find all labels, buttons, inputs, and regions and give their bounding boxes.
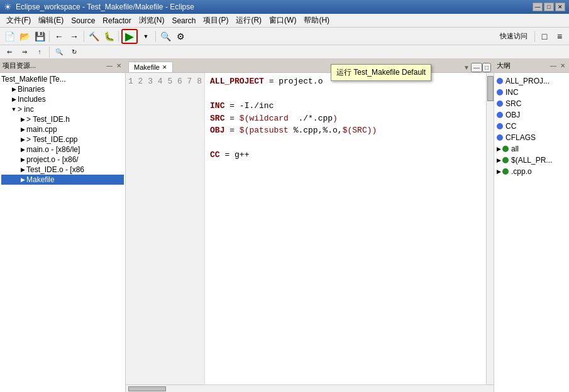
tree-item[interactable]: ▶main.cpp [1, 124, 124, 134]
project-tree: Test_Makefile [Te...▶Binaries▶Includes▼>… [0, 73, 125, 392]
tab-close-icon[interactable]: ✕ [162, 64, 167, 70]
outline-panel: 大纲 — ✕ ALL_PROJ...INCSRCOBJCCCFLAGS▶all▶… [494, 59, 569, 392]
outline-toggle[interactable]: ▶ [497, 157, 501, 163]
tree-toggle[interactable]: ▶ [19, 136, 26, 143]
tree-label: main.cpp [26, 125, 57, 134]
toolbar-build[interactable]: 🔨 [87, 30, 101, 43]
outline-toggle[interactable]: ▶ [497, 146, 501, 152]
tree-toggle[interactable]: ▼ [10, 106, 18, 112]
editor-minimize[interactable]: — [471, 63, 482, 72]
menu-item-source[interactable]: Source [67, 15, 99, 26]
editor-maximize[interactable]: □ [482, 63, 491, 72]
window-title: Eclipse_workspace - Test_Makefile/Makefi… [16, 3, 533, 11]
tree-item[interactable]: ▶project.o - [x86/ [1, 155, 124, 165]
menu-item-w[interactable]: 窗口(W) [265, 14, 300, 27]
toolbar-new[interactable]: 📄 [3, 30, 16, 43]
tree-toggle[interactable]: ▶ [19, 156, 26, 163]
toolbar-open[interactable]: 📂 [18, 30, 31, 43]
outline-toggle[interactable]: ▶ [497, 168, 501, 175]
panel-close[interactable]: ✕ [115, 62, 123, 69]
t2-back[interactable]: ⇐ [3, 45, 16, 59]
tree-label: Makefile [26, 175, 55, 184]
outline-dot-icon [502, 146, 509, 152]
separator-5 [534, 31, 535, 42]
editor-scrollbar-v[interactable] [486, 73, 494, 384]
toolbar-run-dropdown[interactable]: ▼ [139, 30, 153, 43]
run-tooltip: 运行 Test_Makefile Default [331, 64, 431, 81]
toolbar-search[interactable]: 🔍 [158, 30, 172, 43]
outline-item[interactable]: ▶all [497, 143, 566, 155]
menu-item-r[interactable]: 运行(R) [232, 14, 265, 27]
tree-toggle[interactable]: ▶ [19, 116, 26, 122]
tree-item[interactable]: ▶Test_IDE.o - [x86 [1, 165, 124, 175]
t2-up[interactable]: ↑ [33, 45, 47, 59]
tree-toggle[interactable]: ▶ [19, 166, 26, 173]
minimize-button[interactable]: — [533, 3, 543, 11]
outline-item[interactable]: OBJ [497, 109, 566, 121]
toolbar-back[interactable]: ← [52, 30, 66, 43]
outline-item[interactable]: INC [497, 87, 566, 98]
t2-refresh[interactable]: ↻ [67, 45, 81, 59]
toolbar-save[interactable]: 💾 [33, 30, 47, 43]
tree-item[interactable]: ▶Includes [1, 94, 124, 104]
menu-item-refactor[interactable]: Refactor [99, 15, 135, 26]
tree-item[interactable]: ▶Binaries [1, 84, 124, 94]
toolbar-settings[interactable]: ⚙ [174, 30, 187, 43]
project-explorer-panel: 项目资源... — ✕ Test_Makefile [Te...▶Binarie… [0, 59, 126, 392]
editor-scrollbar-h[interactable] [126, 384, 494, 392]
tree-toggle[interactable]: ▶ [19, 146, 26, 153]
menu-item-e[interactable]: 编辑(E) [35, 14, 67, 27]
toolbar-run[interactable]: ▶ [121, 29, 138, 44]
outline-collapse[interactable]: — [549, 62, 558, 69]
menu-item-p[interactable]: 项目(P) [199, 14, 232, 27]
outline-item[interactable]: CC [497, 121, 566, 132]
main-layout: 项目资源... — ✕ Test_Makefile [Te...▶Binarie… [0, 59, 569, 392]
tree-item[interactable]: ▶> Test_IDE.cpp [1, 134, 124, 144]
outline-dot-icon [497, 101, 503, 107]
t2-forward[interactable]: ⇒ [18, 45, 31, 59]
outline-header: 大纲 — ✕ [494, 59, 569, 73]
outline-item[interactable]: ALL_PROJ... [497, 75, 566, 87]
tree-toggle[interactable]: ▶ [10, 86, 18, 92]
tree-label: > inc [18, 105, 34, 114]
t2-zoom[interactable]: 🔍 [52, 45, 66, 59]
separator-1 [49, 31, 50, 42]
outline-label: OBJ [505, 111, 520, 119]
outline-label: ALL_PROJ... [505, 77, 550, 85]
tree-label: Test_Makefile [Te... [1, 75, 66, 84]
line-numbers: 1 2 3 4 5 6 7 8 [126, 73, 205, 384]
outline-item[interactable]: ▶$(ALL_PR... [497, 155, 566, 166]
outline-label: INC [505, 88, 519, 97]
close-button[interactable]: ✕ [555, 3, 565, 11]
tree-toggle[interactable]: ▶ [19, 126, 26, 133]
t2-sep1 [49, 46, 50, 58]
scrollbar-thumb[interactable] [487, 76, 494, 101]
tree-item[interactable]: ▶> Test_IDE.h [1, 114, 124, 124]
tree-item[interactable]: ▶Makefile [1, 175, 124, 185]
tree-toggle[interactable]: ▶ [10, 96, 18, 102]
code-editor[interactable]: ALL_PROJECT = project.o INC = -I./inc SR… [205, 73, 486, 384]
menu-item-n[interactable]: 浏览(N) [135, 14, 168, 27]
tree-item[interactable]: ▼> inc [1, 104, 124, 114]
toolbar-debug[interactable]: 🐛 [102, 30, 116, 43]
menu-item-f[interactable]: 文件(F) [3, 14, 35, 27]
tree-label: > Test_IDE.h [26, 115, 70, 124]
tree-toggle[interactable]: ▶ [19, 177, 26, 183]
menu-item-search[interactable]: Search [168, 15, 199, 26]
outline-item[interactable]: CFLAGS [497, 132, 566, 143]
tab-makefile[interactable]: Makefile ✕ [128, 62, 173, 72]
outline-item[interactable]: SRC [497, 98, 566, 109]
editor-tab-controls: ▼ [462, 63, 471, 72]
toolbar-extra2[interactable]: ≡ [553, 30, 566, 43]
toolbar-quick-access[interactable]: 快速访问 [495, 30, 532, 43]
outline-item[interactable]: ▶.cpp.o [497, 166, 566, 177]
tree-item[interactable]: Test_Makefile [Te... [1, 74, 124, 84]
tree-item[interactable]: ▶main.o - [x86/le] [1, 144, 124, 155]
menu-item-h[interactable]: 帮助(H) [300, 14, 333, 27]
maximize-button[interactable]: □ [544, 3, 554, 11]
editor-tabs: Makefile ✕ ▼ — □ [126, 59, 494, 73]
outline-close[interactable]: ✕ [559, 62, 566, 69]
toolbar-forward[interactable]: → [67, 30, 81, 43]
toolbar-extra1[interactable]: □ [538, 30, 551, 43]
panel-minimize[interactable]: — [105, 62, 114, 69]
